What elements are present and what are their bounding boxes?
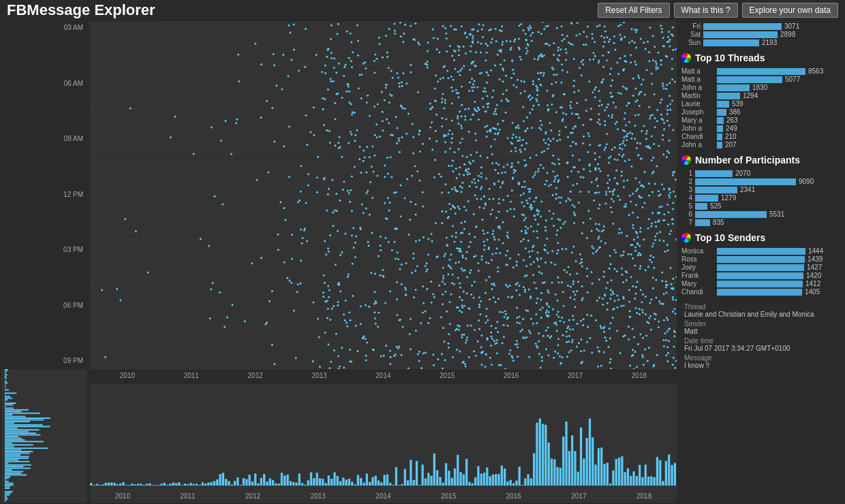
- timeline-canvas: [90, 384, 677, 503]
- time-axis: 03 AM 06 AM 09 AM 12 PM 03 PM 06 PM 09 P…: [0, 20, 89, 368]
- day-label: Sat: [681, 31, 701, 38]
- thread-bar: [717, 101, 729, 108]
- participant-bar: [695, 195, 718, 202]
- day-value: 2898: [780, 31, 795, 38]
- day-row: Sun 2193: [681, 39, 842, 46]
- scatter-canvas: [90, 22, 677, 369]
- day-label: Sun: [681, 39, 701, 46]
- year-2014: 2014: [375, 372, 390, 381]
- thread-val: Laurie and Christian and Emily and Monic…: [684, 311, 839, 318]
- participant-item[interactable]: 7 835: [681, 219, 842, 226]
- sender-item[interactable]: Mary 1412: [681, 280, 842, 287]
- explore-own-data-button[interactable]: Explore your own data: [742, 3, 838, 18]
- participant-count: 9090: [799, 178, 814, 185]
- time-label-6pm: 06 PM: [3, 302, 89, 309]
- participant-num: 3: [681, 186, 692, 193]
- thread-bar: [717, 109, 726, 116]
- sender-count: 1405: [805, 288, 820, 296]
- participant-item[interactable]: 5 525: [681, 202, 842, 210]
- days-section: Fri 3071 Sat 2898 Sun 2193: [681, 22, 842, 47]
- participant-item[interactable]: 6 5531: [681, 210, 842, 218]
- participant-item[interactable]: 3 2341: [681, 186, 842, 193]
- participant-num: 6: [681, 210, 692, 218]
- sender-count: 1427: [807, 264, 822, 271]
- thread-count: 386: [729, 108, 741, 116]
- timeline-brush[interactable]: 2010 2011 2012 2013 2014 2015 2016 2017 …: [90, 384, 677, 503]
- thread-item[interactable]: John a 249: [681, 125, 842, 132]
- time-label-3pm: 03 PM: [3, 246, 89, 253]
- what-is-this-button[interactable]: What is this ?: [674, 3, 738, 18]
- thread-item[interactable]: Mary a 263: [681, 116, 842, 124]
- participant-bar: [695, 219, 710, 226]
- day-value: 2193: [762, 39, 777, 46]
- participant-item[interactable]: 4 1279: [681, 194, 842, 202]
- participant-item[interactable]: 1 2070: [681, 170, 842, 177]
- thread-name: John a: [681, 125, 714, 132]
- sender-bar: [717, 264, 804, 271]
- sender-name: Ross: [681, 255, 714, 263]
- left-histogram[interactable]: [1, 369, 87, 503]
- sender-item[interactable]: Chandi 1405: [681, 288, 842, 296]
- sender-item[interactable]: Monica 1444: [681, 247, 842, 255]
- sender-item[interactable]: Frank 1420: [681, 272, 842, 279]
- participant-count: 5531: [769, 210, 784, 218]
- right-panel: Fri 3071 Sat 2898 Sun 2193 Top 10 Thread…: [678, 20, 845, 504]
- sender-item[interactable]: Joey 1427: [681, 264, 842, 271]
- participant-num: 4: [681, 194, 692, 202]
- time-label-9am: 09 AM: [3, 135, 89, 142]
- sender-bar: [717, 289, 802, 296]
- timeline-x-labels: 2010 2011 2012 2013 2014 2015 2016 2017 …: [90, 492, 677, 500]
- thread-item[interactable]: Laurie 539: [681, 100, 842, 108]
- sender-item[interactable]: Ross 1439: [681, 255, 842, 263]
- participant-bar: [695, 187, 737, 193]
- thread-item[interactable]: Chandi 210: [681, 133, 842, 140]
- thread-count: 1294: [743, 92, 758, 99]
- participant-count: 835: [713, 219, 724, 226]
- thread-name: Laurie: [681, 100, 714, 108]
- time-label-9pm: 09 PM: [3, 357, 89, 364]
- sender-count: 1444: [808, 247, 823, 255]
- thread-count: 210: [725, 133, 737, 140]
- thread-item[interactable]: John a 1830: [681, 84, 842, 91]
- senders-list: Monica 1444 Ross 1439 Joey 1427 Frank 14…: [681, 247, 842, 296]
- thread-bar: [717, 68, 805, 75]
- participant-bar: [695, 211, 767, 218]
- participant-count: 525: [710, 202, 722, 210]
- thread-item[interactable]: John a 207: [681, 141, 842, 148]
- sender-bar: [717, 256, 805, 263]
- sender-count: 1420: [806, 272, 821, 279]
- thread-name: Mary a: [681, 116, 714, 124]
- participant-num: 2: [681, 178, 692, 185]
- thread-bar: [717, 84, 750, 91]
- sender-name: Frank: [681, 272, 714, 279]
- thread-bar: [717, 93, 740, 99]
- thread-name: Matt a: [681, 76, 714, 83]
- year-2010: 2010: [120, 372, 135, 381]
- top-senders-icon: [681, 233, 691, 242]
- thread-count: 1830: [752, 84, 767, 91]
- sender-bar: [717, 248, 805, 255]
- participant-count: 2341: [740, 186, 755, 193]
- x-axis-labels: 2010 2011 2012 2013 2014 2015 2016 2017 …: [89, 371, 678, 383]
- thread-item[interactable]: Martin 1294: [681, 92, 842, 99]
- sender-count: 1412: [805, 280, 820, 287]
- participant-item[interactable]: 2 9090: [681, 178, 842, 185]
- datetime-val: Fri Jul 07 2017 3:34:27 GMT+0100: [684, 345, 839, 352]
- year-2013: 2013: [311, 372, 326, 381]
- day-bar: [703, 31, 778, 38]
- sender-bar: [717, 281, 803, 287]
- app-title: FBMessage Explorer: [7, 1, 155, 19]
- thread-count: 5077: [785, 76, 800, 83]
- thread-key: Thread: [684, 303, 839, 311]
- scatter-plot[interactable]: [90, 22, 677, 369]
- thread-item[interactable]: Joseph 386: [681, 108, 842, 116]
- thread-bar: [717, 125, 723, 132]
- reset-filters-button[interactable]: Reset All Filters: [598, 3, 669, 18]
- thread-item[interactable]: Matt a 8563: [681, 67, 842, 75]
- sender-name: Monica: [681, 247, 714, 255]
- top-threads-title: Top 10 Threads: [695, 52, 765, 63]
- participant-num: 7: [681, 219, 692, 226]
- thread-item[interactable]: Matt a 5077: [681, 76, 842, 83]
- sender-val: Matt: [684, 328, 839, 335]
- participant-num: 5: [681, 202, 692, 210]
